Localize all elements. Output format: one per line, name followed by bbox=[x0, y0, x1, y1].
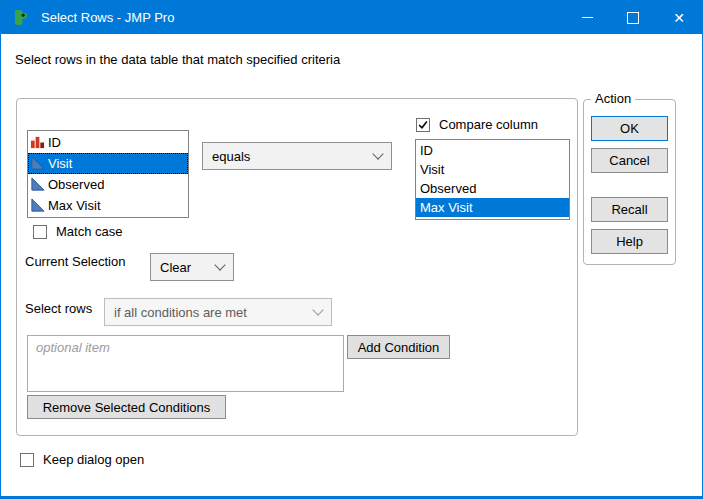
conditions-placeholder: optional item bbox=[36, 340, 110, 355]
compare-column-label: Compare column bbox=[439, 117, 538, 132]
window-controls: ✕ bbox=[564, 1, 702, 34]
select-rows-label: Select rows bbox=[25, 301, 92, 316]
continuous-icon bbox=[30, 156, 45, 171]
current-selection-value: Clear bbox=[160, 260, 191, 275]
match-case-checkbox-row[interactable]: Match case bbox=[33, 224, 122, 239]
chevron-down-icon bbox=[312, 304, 323, 315]
list-item-label: Observed bbox=[48, 177, 104, 192]
list-item-label: Visit bbox=[48, 156, 72, 171]
dialog-instruction: Select rows in the data table that match… bbox=[15, 52, 340, 67]
recall-button[interactable]: Recall bbox=[591, 197, 668, 222]
list-item[interactable]: Max Visit bbox=[28, 195, 188, 216]
action-groupbox: Action OK Cancel Recall Help bbox=[583, 99, 676, 265]
maximize-button[interactable] bbox=[610, 1, 656, 34]
maximize-icon bbox=[627, 12, 639, 24]
current-selection-label: Current Selection bbox=[25, 254, 125, 269]
criteria-groupbox: ID Visit Observed bbox=[16, 98, 578, 436]
current-selection-dropdown[interactable]: Clear bbox=[150, 253, 234, 281]
select-rows-dropdown[interactable]: if all conditions are met bbox=[104, 298, 332, 326]
keep-dialog-open-checkbox[interactable] bbox=[20, 453, 34, 467]
list-item[interactable]: Visit bbox=[416, 160, 569, 179]
cancel-button[interactable]: Cancel bbox=[591, 148, 668, 173]
chevron-down-icon bbox=[372, 148, 383, 159]
select-rows-value: if all conditions are met bbox=[114, 305, 247, 320]
conditions-listbox[interactable]: optional item bbox=[27, 335, 344, 392]
close-icon: ✕ bbox=[673, 11, 685, 25]
columns-listbox[interactable]: ID Visit Observed bbox=[27, 130, 189, 218]
action-group-title: Action bbox=[591, 91, 635, 106]
compare-column-checkbox-row[interactable]: Compare column bbox=[416, 117, 538, 132]
list-item[interactable]: Observed bbox=[28, 174, 188, 195]
list-item[interactable]: Observed bbox=[416, 179, 569, 198]
select-rows-dialog: Select Rows - JMP Pro ✕ Select rows in t… bbox=[0, 0, 703, 499]
list-item-label: ID bbox=[48, 135, 61, 150]
help-button[interactable]: Help bbox=[591, 229, 668, 254]
match-case-checkbox[interactable] bbox=[33, 225, 47, 239]
list-item[interactable]: ID bbox=[28, 132, 188, 153]
add-condition-button[interactable]: Add Condition bbox=[347, 335, 450, 359]
remove-selected-conditions-button[interactable]: Remove Selected Conditions bbox=[27, 395, 226, 419]
chevron-down-icon bbox=[214, 259, 225, 270]
continuous-icon bbox=[30, 198, 45, 213]
list-item-selected[interactable]: Max Visit bbox=[416, 198, 569, 217]
list-item-selected[interactable]: Visit bbox=[28, 153, 188, 174]
comparison-dropdown[interactable]: equals bbox=[202, 142, 392, 170]
continuous-icon bbox=[30, 177, 45, 192]
minimize-icon bbox=[582, 17, 593, 18]
list-item[interactable]: ID bbox=[416, 141, 569, 160]
keep-dialog-open-label: Keep dialog open bbox=[43, 452, 144, 467]
comparison-dropdown-value: equals bbox=[212, 149, 250, 164]
ok-button[interactable]: OK bbox=[591, 116, 668, 141]
compare-column-checkbox[interactable] bbox=[416, 118, 430, 132]
compare-column-listbox[interactable]: ID Visit Observed Max Visit bbox=[415, 139, 570, 220]
match-case-label: Match case bbox=[56, 224, 122, 239]
close-button[interactable]: ✕ bbox=[656, 1, 702, 34]
title-bar[interactable]: Select Rows - JMP Pro ✕ bbox=[1, 1, 702, 34]
jmp-logo-icon bbox=[13, 9, 30, 26]
window-title: Select Rows - JMP Pro bbox=[41, 10, 174, 25]
minimize-button[interactable] bbox=[564, 1, 610, 34]
keep-dialog-open-checkbox-row[interactable]: Keep dialog open bbox=[20, 452, 144, 467]
list-item-label: Max Visit bbox=[48, 198, 101, 213]
checkmark-icon bbox=[417, 119, 429, 131]
nominal-icon bbox=[30, 135, 45, 150]
